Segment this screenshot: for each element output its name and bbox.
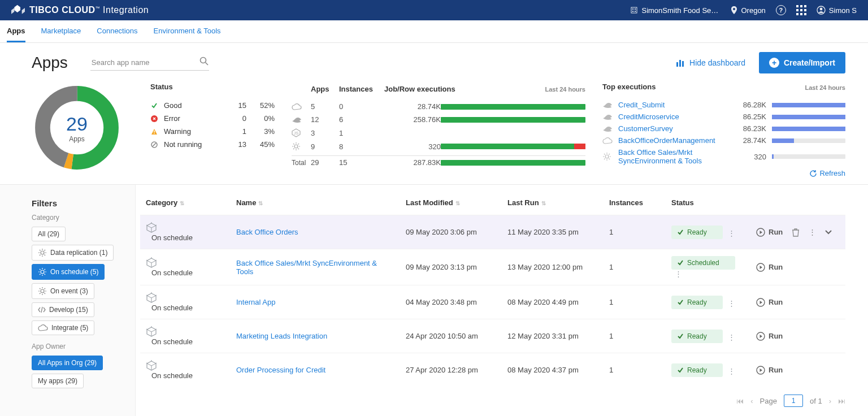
filter-chip[interactable]: On schedule (5) [32,264,105,280]
app-launcher-icon[interactable] [796,5,806,15]
top-exec-row: Credit_Submit 86.28K [602,99,845,111]
svg-point-26 [294,145,298,148]
page-next-button[interactable]: › [829,397,831,405]
status-menu-button[interactable]: ⋮ [671,270,685,278]
status-row[interactable]: Good 15 52% [150,99,275,112]
search-icon[interactable] [199,56,209,66]
cell-last-modified: 27 Apr 2020 12:28 pm [400,353,502,387]
top-exec-link[interactable]: Back Office Sales/Mrkt SyncEnvironment &… [618,148,729,165]
app-name-link[interactable]: Back Office Orders [236,228,298,236]
filter-chip[interactable]: All (29) [32,227,66,241]
svg-point-10 [200,58,206,63]
table-row[interactable]: On schedule Marketing Leads Integration … [140,319,845,353]
donut-label: Apps [69,135,84,143]
filter-chip[interactable]: On event (3) [32,283,94,299]
run-button[interactable]: Run [756,228,783,237]
th-status[interactable]: Status [671,198,694,207]
svg-rect-12 [676,62,678,67]
check-icon [677,229,684,236]
region-selector[interactable]: Oregon [731,6,765,15]
app-name-link[interactable]: Back Office Sales/Mrkt SyncEnvironment &… [236,259,377,276]
th-instances[interactable]: Instances [609,198,643,207]
expand-button[interactable] [825,229,832,235]
cell-category: On schedule [151,233,193,242]
svg-line-60 [40,274,41,275]
cell-instances: 1 [604,353,666,387]
th-lastrun[interactable]: Last Run [507,198,539,207]
svg-line-70 [45,288,46,289]
play-icon [756,263,765,272]
page-first-button[interactable]: ⏮ [736,397,744,405]
status-menu-button[interactable]: ⋮ [724,229,739,237]
org-selector[interactable]: SimonSmith Food Servic… [630,6,721,15]
top-exec-bar [772,115,845,119]
user-icon [817,6,826,15]
sort-icon[interactable]: ⇅ [258,200,263,206]
page-label: Page [760,397,777,405]
status-count: 15 [229,101,246,110]
search-input[interactable] [90,55,209,71]
th-name[interactable]: Name [236,198,256,207]
page-last-button[interactable]: ⏭ [838,397,845,405]
top-exec-link[interactable]: CustomerSurvey [618,124,729,133]
sort-icon[interactable]: ⇅ [541,200,546,206]
tab-connections[interactable]: Connections [97,20,137,42]
app-name-link[interactable]: Internal App [236,298,275,306]
help-button[interactable]: ? [776,5,786,15]
th-category[interactable]: Category [146,198,177,207]
filter-chip[interactable]: Develop (15) [32,302,94,317]
svg-rect-5 [635,8,636,10]
top-exec-row: CustomerSurvey 86.23K [602,123,845,135]
gear-icon [38,267,47,276]
cloud-icon [292,101,311,113]
top-exec-value: 86.25K [735,112,766,121]
svg-line-52 [45,250,46,251]
status-count: 13 [229,140,246,149]
app-name-link[interactable]: Order Processing for Credit [236,366,326,374]
top-exec-link[interactable]: BackOfficeOrderManagement [618,136,729,145]
svg-point-53 [41,270,44,274]
table-row[interactable]: On schedule Order Processing for Credit … [140,353,845,387]
refresh-button[interactable]: Refresh [809,169,845,177]
table-row[interactable]: On schedule Internal App 04 May 2020 3:4… [140,285,845,319]
filter-chip[interactable]: Integrate (5) [32,320,94,335]
sort-icon[interactable]: ⇅ [455,200,460,206]
th-modified[interactable]: Last Modified [406,198,453,207]
run-button[interactable]: Run [756,298,783,307]
cell-last-modified: 24 Apr 2020 10:50 am [400,319,502,353]
run-button[interactable]: Run [756,263,783,272]
status-menu-button[interactable]: ⋮ [724,367,739,375]
filter-chip[interactable]: My apps (29) [32,374,84,388]
run-button[interactable]: Run [756,366,783,375]
top-exec-link[interactable]: CreditMicroservice [618,112,729,121]
tab-environment-tools[interactable]: Environment & Tools [154,20,221,42]
status-row[interactable]: Error 0 0% [150,112,275,125]
sort-icon[interactable]: ⇅ [180,200,184,206]
tab-marketplace[interactable]: Marketplace [41,20,81,42]
cell-last-modified: 04 May 2020 3:48 pm [400,285,502,319]
delete-button[interactable] [792,228,800,237]
hide-dashboard-button[interactable]: Hide dashboard [676,58,745,67]
top-exec-link[interactable]: Credit_Submit [618,101,729,109]
status-name: Not running [164,140,224,149]
filter-chip[interactable]: Data replication (1) [32,245,114,261]
table-row[interactable]: On schedule Back Office Sales/Mrkt SyncE… [140,249,845,285]
tab-apps[interactable]: Apps [7,20,25,42]
exec-value [384,131,441,135]
create-import-button[interactable]: + Create/Import [759,52,845,73]
status-menu-button[interactable]: ⋮ [724,299,739,307]
status-menu-button[interactable]: ⋮ [724,333,739,341]
app-name-link[interactable]: Marketing Leads Integration [236,332,327,340]
run-button[interactable]: Run [756,332,783,341]
filter-chip[interactable]: All Apps in Org (29) [32,356,103,370]
cell-last-run: 12 May 2020 3:31 pm [502,319,604,353]
check-icon [677,259,684,266]
status-row[interactable]: Warning 1 3% [150,125,275,138]
check-icon [677,333,684,340]
table-row[interactable]: On schedule Back Office Orders 09 May 20… [140,215,845,249]
page-prev-button[interactable]: ‹ [750,397,753,405]
page-input[interactable] [784,395,803,407]
user-menu[interactable]: Simon S [817,6,857,15]
more-button[interactable]: ⋮ [809,228,816,236]
status-row[interactable]: Not running 13 45% [150,138,275,151]
